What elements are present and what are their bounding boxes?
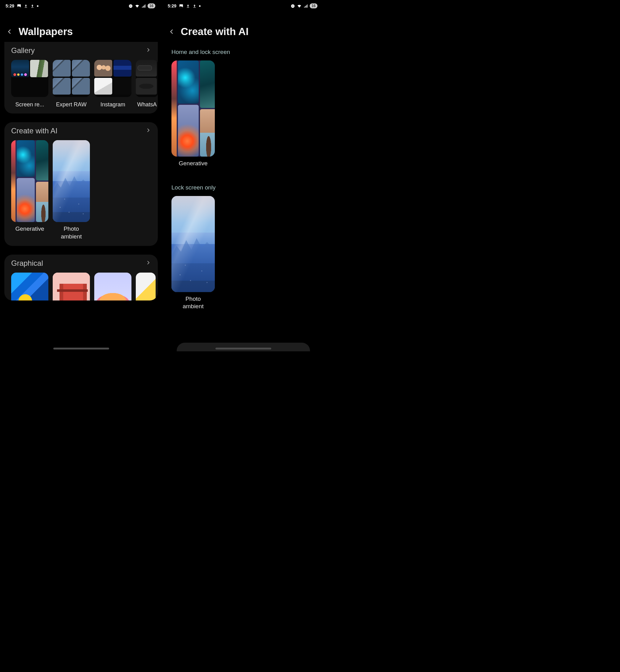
upload-icon	[24, 4, 28, 8]
status-left: 5:29	[168, 3, 201, 8]
album-label: WhatsA	[137, 101, 157, 108]
tile-graphical-3[interactable]	[94, 273, 132, 300]
chevron-right-icon	[145, 128, 151, 134]
upload-icon	[186, 4, 190, 8]
signal-icon	[304, 4, 308, 8]
screen-wallpapers: 5:29 16	[0, 0, 162, 351]
more-dot-icon	[199, 5, 201, 7]
section-header[interactable]: Create with AI	[4, 122, 158, 140]
tile-label: Photo ambient	[183, 295, 204, 310]
section-title: Graphical	[11, 259, 43, 268]
nav-handle[interactable]	[53, 348, 109, 349]
tile-photo-ambient[interactable]: Photo ambient	[171, 196, 215, 310]
battery-indicator: 16	[310, 3, 317, 8]
graphical-row[interactable]	[4, 273, 158, 300]
svg-rect-7	[194, 7, 196, 7]
section-title: Gallery	[11, 46, 35, 55]
dnd-icon	[291, 4, 295, 8]
back-button[interactable]	[6, 28, 13, 35]
album-label: Expert RAW	[56, 101, 87, 108]
section-graphical[interactable]: Graphical	[4, 254, 158, 300]
upload-icon	[193, 4, 197, 8]
album-instagram[interactable]: Instagram	[94, 60, 132, 108]
status-time: 5:29	[168, 3, 176, 8]
status-time: 5:29	[6, 3, 14, 8]
svg-rect-6	[187, 7, 190, 7]
album-whatsapp[interactable]: WhatsA	[136, 60, 158, 108]
album-screen-recordings[interactable]: Screen re...	[11, 60, 48, 108]
tile-label: Generative	[179, 160, 208, 167]
section-header[interactable]: Gallery	[4, 42, 158, 60]
tile-graphical-2[interactable]	[53, 273, 90, 300]
album-label: Instagram	[100, 101, 125, 108]
status-left: 5:29	[6, 3, 39, 8]
svg-rect-9	[292, 6, 294, 6]
status-bar: 5:29 16	[0, 0, 162, 12]
tile-generative[interactable]: Generative	[11, 140, 48, 240]
wifi-icon	[297, 4, 302, 8]
status-right: 16	[291, 3, 317, 8]
chevron-right-icon	[145, 47, 151, 54]
image-icon	[17, 4, 21, 8]
battery-indicator: 16	[148, 3, 155, 8]
page-title: Create with AI	[181, 26, 249, 38]
page-header: Create with AI	[162, 12, 324, 44]
tile-graphical-4[interactable]	[136, 273, 156, 300]
signal-icon	[141, 4, 146, 8]
svg-rect-1	[25, 7, 27, 7]
wifi-icon	[135, 4, 140, 8]
bottom-dock	[177, 343, 310, 351]
section-create-with-ai[interactable]: Create with AI Generative Photo ambient	[4, 122, 158, 246]
section-title: Create with AI	[11, 127, 57, 135]
screen-create-with-ai: 5:29 16	[162, 0, 324, 351]
back-button[interactable]	[168, 28, 175, 35]
section-home-and-lock: Home and lock screen	[162, 49, 324, 60]
section-lock-only: Lock screen only	[162, 184, 324, 196]
nav-handle[interactable]	[215, 348, 271, 349]
dnd-icon	[128, 4, 133, 8]
tile-photo-ambient[interactable]: Photo ambient	[53, 140, 90, 240]
tile-label: Generative	[15, 225, 44, 233]
section-gallery[interactable]: Gallery Screen re... Expert RAW	[4, 42, 158, 113]
section-header[interactable]: Graphical	[4, 254, 158, 273]
image-icon	[179, 4, 184, 8]
tile-generative[interactable]: Generative	[171, 60, 215, 167]
album-label: Screen re...	[15, 101, 44, 108]
album-expert-raw[interactable]: Expert RAW	[53, 60, 90, 108]
status-right: 16	[128, 3, 155, 8]
page-header: Wallpapers	[0, 12, 162, 44]
svg-rect-2	[31, 7, 34, 7]
more-dot-icon	[37, 5, 39, 7]
svg-rect-4	[130, 6, 132, 6]
ai-wallpapers-row: Generative Photo ambient	[4, 140, 158, 240]
upload-icon	[31, 4, 35, 8]
chevron-right-icon	[145, 260, 151, 267]
status-bar: 5:29 16	[162, 0, 324, 12]
tile-label: Photo ambient	[61, 225, 82, 240]
tile-graphical-1[interactable]	[11, 273, 48, 300]
page-title: Wallpapers	[18, 26, 73, 38]
gallery-albums-row[interactable]: Screen re... Expert RAW	[4, 60, 158, 108]
